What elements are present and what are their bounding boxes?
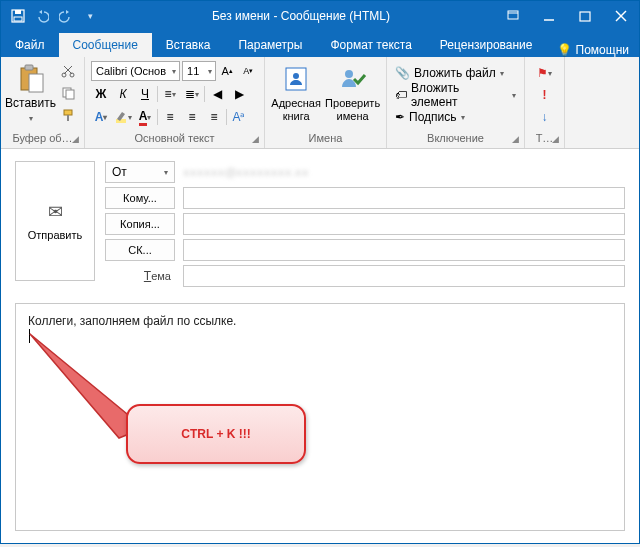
- svg-rect-2: [14, 17, 22, 21]
- clear-formatting-icon[interactable]: Aᵃ: [229, 107, 249, 127]
- message-body[interactable]: Коллеги, заполняем файл по ссылке. CTRL …: [15, 303, 625, 531]
- attach-item-button[interactable]: 🏷Вложить элемент▾: [393, 85, 518, 105]
- to-button[interactable]: Кому...: [105, 187, 175, 209]
- qat-more-icon[interactable]: ▾: [79, 5, 101, 27]
- group-include: 📎Вложить файл▾ 🏷Вложить элемент▾ ✒Подпис…: [387, 57, 525, 148]
- save-icon[interactable]: [7, 5, 29, 27]
- svg-point-20: [293, 73, 299, 79]
- svg-rect-17: [67, 115, 69, 121]
- signature-icon: ✒: [395, 110, 405, 124]
- group-font: Calibri (Основ 11 A▴ A▾ Ж К Ч ≡ ≣ ◀ ▶: [85, 57, 265, 148]
- font-size-select[interactable]: 11: [182, 61, 215, 81]
- quick-access-toolbar: ▾: [1, 5, 107, 27]
- svg-rect-15: [66, 90, 74, 99]
- align-right-icon[interactable]: ≡: [204, 107, 224, 127]
- align-center-icon[interactable]: ≡: [182, 107, 202, 127]
- tab-format[interactable]: Формат текста: [316, 33, 425, 57]
- svg-rect-16: [64, 110, 72, 115]
- send-button[interactable]: ✉ Отправить: [15, 161, 95, 281]
- underline-button[interactable]: Ч: [135, 84, 155, 104]
- svg-rect-11: [29, 74, 43, 92]
- check-names-icon: [337, 63, 369, 95]
- minimize-icon[interactable]: [531, 1, 567, 31]
- font-dialog-launcher[interactable]: ◢: [249, 133, 261, 145]
- subject-field[interactable]: [183, 265, 625, 287]
- tab-message[interactable]: Сообщение: [59, 33, 152, 57]
- paste-icon: [15, 63, 47, 95]
- clipboard-dialog-launcher[interactable]: ◢: [69, 133, 81, 145]
- paste-button[interactable]: Вставить▾: [7, 61, 54, 132]
- tell-me[interactable]: 💡Помощни: [547, 43, 639, 57]
- grow-font-icon[interactable]: A▴: [218, 61, 237, 81]
- tab-insert[interactable]: Вставка: [152, 33, 225, 57]
- font-family-select[interactable]: Calibri (Основ: [91, 61, 180, 81]
- address-book-button[interactable]: Адресная книга: [271, 61, 321, 132]
- svg-rect-3: [508, 11, 518, 19]
- ribbon: Вставить▾ Буфер об… ◢ Calibri (Основ 11 …: [1, 57, 639, 149]
- include-dialog-launcher[interactable]: ◢: [509, 133, 521, 145]
- tab-file[interactable]: Файл: [1, 33, 59, 57]
- signature-button[interactable]: ✒Подпись▾: [393, 107, 518, 127]
- to-field[interactable]: [183, 187, 625, 209]
- address-book-icon: [280, 63, 312, 95]
- compose-area: ✉ Отправить От▾ ⅹⅹⅹⅹⅹⅹ@ⅹⅹⅹⅹⅹⅹⅹⅹ.ⅹⅹ Кому.…: [1, 149, 639, 543]
- attach-item-icon: 🏷: [395, 88, 407, 102]
- bcc-button[interactable]: СК...: [105, 239, 175, 261]
- font-color-icon[interactable]: A: [135, 107, 155, 127]
- group-tags: ⚑ ! ↓ Т… ◢: [525, 57, 565, 148]
- svg-point-21: [345, 70, 353, 78]
- format-painter-icon[interactable]: [58, 105, 78, 125]
- bold-button[interactable]: Ж: [91, 84, 111, 104]
- tags-dialog-launcher[interactable]: ◢: [549, 133, 561, 145]
- titlebar: ▾ Без имени - Сообщение (HTML): [1, 1, 639, 31]
- low-importance-icon[interactable]: ↓: [535, 107, 555, 127]
- svg-rect-10: [25, 65, 33, 70]
- from-value: ⅹⅹⅹⅹⅹⅹ@ⅹⅹⅹⅹⅹⅹⅹⅹ.ⅹⅹ: [183, 166, 309, 179]
- follow-up-flag-icon[interactable]: ⚑: [535, 63, 555, 83]
- annotation-callout: CTRL + K !!!: [126, 404, 306, 464]
- ribbon-tabs: Файл Сообщение Вставка Параметры Формат …: [1, 31, 639, 57]
- high-importance-icon[interactable]: !: [535, 85, 555, 105]
- text-effects-icon[interactable]: A: [91, 107, 111, 127]
- paperclip-icon: 📎: [395, 66, 410, 80]
- italic-button[interactable]: К: [113, 84, 133, 104]
- shrink-font-icon[interactable]: A▾: [239, 61, 258, 81]
- undo-icon[interactable]: [31, 5, 53, 27]
- window-collapse-icon[interactable]: [495, 1, 531, 31]
- svg-rect-1: [15, 10, 21, 14]
- text-cursor: [29, 329, 30, 343]
- highlight-icon[interactable]: [113, 107, 133, 127]
- svg-rect-6: [580, 12, 590, 21]
- cc-button[interactable]: Копия...: [105, 213, 175, 235]
- from-button[interactable]: От▾: [105, 161, 175, 183]
- check-names-button[interactable]: Проверить имена: [325, 61, 380, 132]
- window-title: Без имени - Сообщение (HTML): [107, 9, 495, 23]
- indent-icon[interactable]: ▶: [229, 84, 249, 104]
- maximize-icon[interactable]: [567, 1, 603, 31]
- send-icon: ✉: [48, 201, 63, 223]
- numbering-icon[interactable]: ≣: [182, 84, 202, 104]
- cut-icon[interactable]: [58, 61, 78, 81]
- group-clipboard: Вставить▾ Буфер об… ◢: [1, 57, 85, 148]
- bulb-icon: 💡: [557, 43, 572, 57]
- body-text: Коллеги, заполняем файл по ссылке.: [28, 314, 612, 328]
- bcc-field[interactable]: [183, 239, 625, 261]
- copy-icon[interactable]: [58, 83, 78, 103]
- cc-field[interactable]: [183, 213, 625, 235]
- outdent-icon[interactable]: ◀: [207, 84, 227, 104]
- bullets-icon[interactable]: ≡: [160, 84, 180, 104]
- close-icon[interactable]: [603, 1, 639, 31]
- tab-review[interactable]: Рецензирование: [426, 33, 547, 57]
- attach-file-button[interactable]: 📎Вложить файл▾: [393, 63, 518, 83]
- align-left-icon[interactable]: ≡: [160, 107, 180, 127]
- tab-options[interactable]: Параметры: [224, 33, 316, 57]
- redo-icon[interactable]: [55, 5, 77, 27]
- subject-label: Тема: [105, 269, 175, 284]
- group-names: Адресная книга Проверить имена Имена: [265, 57, 387, 148]
